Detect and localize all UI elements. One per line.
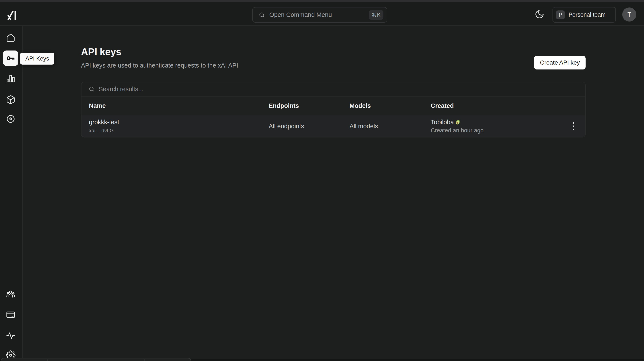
sidebar-item-activity[interactable] (3, 328, 18, 343)
column-header-created: Created (431, 102, 562, 109)
home-icon (6, 33, 16, 43)
api-key-masked: xai-...dvLG (89, 128, 269, 134)
command-menu-button[interactable]: Open Command Menu ⌘K (252, 7, 387, 22)
sidebar-item-team[interactable] (3, 287, 18, 302)
disc-icon (6, 114, 16, 124)
sidebar-item-usage[interactable] (3, 71, 18, 86)
team-name: Personal team (568, 11, 606, 18)
page-title: API keys (81, 46, 121, 57)
create-api-key-button[interactable]: Create API key (534, 56, 586, 69)
command-menu-placeholder: Open Command Menu (269, 11, 365, 18)
table-row[interactable]: grokkk-test xai-...dvLG All endpoints Al… (82, 115, 585, 137)
api-key-created-cell: Tobiloba Created an hour ago (431, 119, 562, 134)
table-search-row (82, 82, 585, 96)
users-icon (6, 289, 16, 299)
bar-chart-icon (6, 73, 16, 83)
api-key-creator: Tobiloba (431, 119, 454, 126)
search-icon (88, 86, 95, 92)
xai-logo-icon (6, 9, 17, 21)
table-header-row: Name Endpoints Models Created (82, 96, 585, 115)
column-header-models: Models (350, 102, 431, 109)
window-top-strip (0, 0, 644, 2)
command-menu-shortcut: ⌘K (369, 10, 384, 19)
kebab-menu-icon (573, 122, 574, 124)
bottom-dock (1, 358, 191, 361)
api-key-name-cell: grokkk-test xai-...dvLG (89, 119, 269, 134)
user-avatar[interactable]: T (622, 7, 636, 21)
search-input[interactable] (99, 86, 585, 93)
xai-logo-link[interactable] (6, 9, 17, 21)
sidebar-item-explore[interactable] (3, 111, 18, 127)
sidebar-item-billing[interactable] (3, 307, 18, 323)
moon-icon (534, 9, 544, 19)
search-icon (259, 12, 265, 18)
api-keys-table: Name Endpoints Models Created grokkk-tes… (81, 82, 586, 137)
api-key-created-time: Created an hour ago (431, 127, 562, 134)
sidebar-item-models[interactable] (3, 92, 18, 107)
api-key-name: grokkk-test (89, 119, 269, 126)
key-icon (6, 53, 16, 63)
credit-card-icon (6, 310, 16, 320)
row-menu-button[interactable] (570, 120, 577, 133)
team-switcher[interactable]: P Personal team (552, 7, 616, 22)
column-header-name: Name (89, 102, 269, 109)
avocado-emoji (455, 119, 461, 125)
api-key-endpoints: All endpoints (269, 123, 350, 130)
column-header-endpoints: Endpoints (269, 102, 350, 109)
sidebar (0, 26, 23, 361)
api-key-models: All models (350, 123, 431, 130)
team-avatar: P (556, 10, 565, 19)
api-keys-tooltip: API Keys (20, 53, 54, 64)
activity-icon (6, 330, 16, 340)
sidebar-item-api-keys[interactable] (3, 50, 18, 66)
theme-toggle-button[interactable] (534, 9, 544, 19)
box-icon (6, 95, 16, 105)
sidebar-item-home[interactable] (3, 30, 18, 45)
topbar: Open Command Menu ⌘K P Personal team T (0, 2, 644, 26)
page-subtitle: API keys are used to authenticate reques… (81, 62, 238, 69)
